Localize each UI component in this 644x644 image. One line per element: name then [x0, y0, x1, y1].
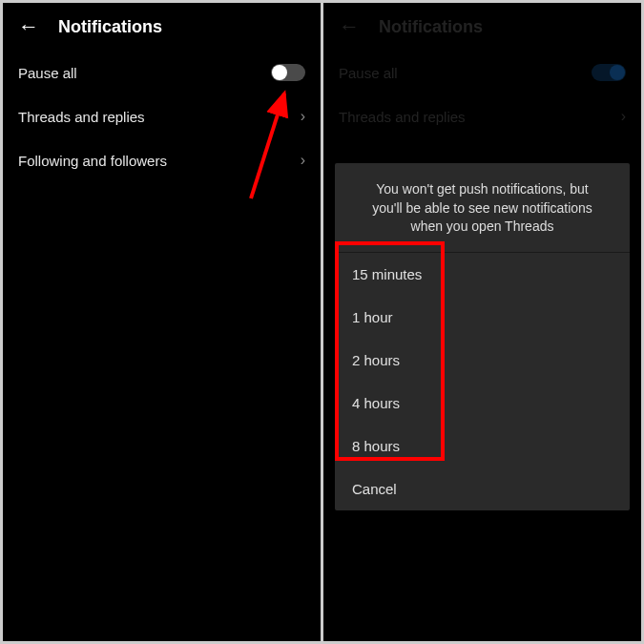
chevron-right-icon: ›: [621, 108, 626, 125]
option-15-minutes[interactable]: 15 minutes: [335, 253, 630, 296]
option-4-hours[interactable]: 4 hours: [335, 382, 630, 425]
header: ← Notifications: [323, 3, 641, 51]
option-8-hours[interactable]: 8 hours: [335, 425, 630, 467]
duration-sheet: You won't get push notifications, but yo…: [335, 163, 630, 510]
threads-label: Threads and replies: [339, 109, 466, 125]
chevron-right-icon: ›: [301, 152, 305, 169]
following-row[interactable]: Following and followers ›: [3, 138, 321, 182]
sheet-message: You won't get push notifications, but yo…: [335, 163, 630, 253]
following-label: Following and followers: [18, 153, 167, 169]
chevron-right-icon: ›: [301, 108, 305, 125]
option-2-hours[interactable]: 2 hours: [335, 339, 630, 382]
pause-all-label: Pause all: [18, 65, 77, 81]
option-1-hour[interactable]: 1 hour: [335, 296, 630, 339]
pause-all-row[interactable]: Pause all: [323, 51, 641, 94]
pause-all-label: Pause all: [339, 65, 398, 81]
threads-label: Threads and replies: [18, 109, 145, 125]
pause-all-row[interactable]: Pause all: [3, 51, 321, 94]
page-title: Notifications: [379, 17, 483, 37]
threads-row[interactable]: Threads and replies ›: [3, 94, 321, 138]
threads-row[interactable]: Threads and replies ›: [323, 94, 641, 138]
back-arrow-icon[interactable]: ←: [18, 16, 39, 37]
pause-all-toggle[interactable]: [592, 64, 626, 81]
page-title: Notifications: [58, 17, 162, 37]
header: ← Notifications: [3, 3, 321, 51]
back-arrow-icon[interactable]: ←: [339, 16, 360, 37]
pause-all-toggle[interactable]: [271, 64, 305, 81]
screen-left: ← Notifications Pause all Threads and re…: [3, 3, 321, 641]
screen-right: ← Notifications Pause all Threads and re…: [323, 3, 641, 641]
cancel-button[interactable]: Cancel: [335, 467, 630, 510]
